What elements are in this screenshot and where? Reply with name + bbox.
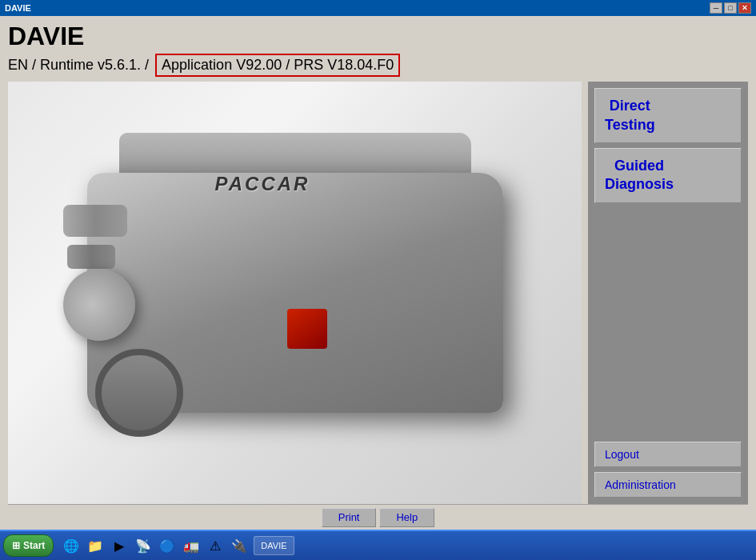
maximize-button[interactable]: □ [724,2,737,14]
davie-taskbar-item[interactable]: DAVIE [254,536,294,555]
start-button[interactable]: ⊞ Start [3,534,54,557]
taskbar: ⊞ Start 🌐 📁 ▶ 📡 🔵 🚛 ⚠ 🔌 DAVIE [0,530,756,560]
version-box: Application V92.00 / PRS V18.04.F0 [155,54,400,77]
title-bar-left: DAVIE [5,3,31,13]
print-button[interactable]: Print [322,508,377,527]
warning-icon[interactable]: ⚠ [206,536,225,555]
engine-body: PACCAR [63,125,527,461]
engine-area: PACCAR [8,82,582,504]
truck-icon[interactable]: 🚛 [182,536,201,555]
media-icon[interactable]: ▶ [110,536,129,555]
engine-pipe2 [67,245,115,269]
windows-icon: ⊞ [12,540,20,551]
engine-belt [95,349,183,437]
usb-icon[interactable]: 🔌 [230,536,249,555]
close-button[interactable]: ✕ [738,2,751,14]
title-bar-controls: ─ □ ✕ [710,2,751,14]
folder-icon[interactable]: 📁 [86,536,105,555]
version-prefix: EN / Runtime v5.6.1. / [8,57,149,74]
guided-diagnosis-button[interactable]: GuidedDiagnosis [594,148,742,203]
logout-button[interactable]: Logout [594,442,742,467]
direct-testing-button[interactable]: DirectTesting [594,88,742,143]
globe-icon[interactable]: 🔵 [158,536,177,555]
right-panel-spacer [594,208,742,437]
title-bar: DAVIE ─ □ ✕ [0,0,756,16]
engine-turbo [63,269,135,341]
engine-image: PACCAR [8,82,582,504]
administration-button[interactable]: Administration [594,472,742,498]
minimize-button[interactable]: ─ [710,2,722,14]
bottom-toolbar: Print Help [8,504,748,530]
teamviewer-icon[interactable]: 📡 [134,536,153,555]
title-bar-label: DAVIE [5,3,31,13]
right-panel: DirectTesting GuidedDiagnosis Logout Adm… [588,82,748,504]
taskbar-icons: 🌐 📁 ▶ 📡 🔵 🚛 ⚠ 🔌 DAVIE [55,536,753,555]
main-content: PACCAR DirectTesting GuidedDiagnosis Log… [8,82,748,504]
engine-component-red [287,309,327,349]
app-window: DAVIE EN / Runtime v5.6.1. / Application… [0,16,756,530]
paccar-label: PACCAR [215,173,310,195]
app-title: DAVIE [8,22,748,50]
engine-pipe1 [63,205,127,237]
help-button[interactable]: Help [379,508,434,527]
app-header: DAVIE EN / Runtime v5.6.1. / Application… [8,22,748,77]
ie-icon[interactable]: 🌐 [62,536,81,555]
